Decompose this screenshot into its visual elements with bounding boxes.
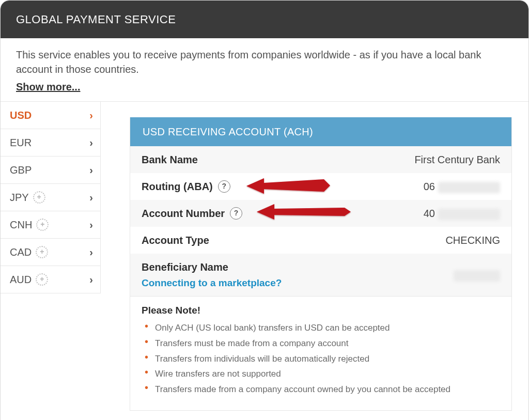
help-icon[interactable]: ? <box>218 180 230 193</box>
chevron-right-icon: › <box>89 217 93 232</box>
sidebar-item-usd[interactable]: USD › <box>1 102 100 129</box>
plus-icon: + <box>36 246 48 258</box>
panel-title: USD RECEIVING ACCOUNT (ACH) <box>130 117 511 146</box>
note-heading: Please Note! <box>142 304 500 318</box>
app-window: GLOBAL PAYMENT SERVICE This service enab… <box>0 0 529 420</box>
sidebar-item-gbp[interactable]: GBP › <box>1 157 100 184</box>
help-icon[interactable]: ? <box>230 207 242 220</box>
beneficiary-label: Beneficiary Name <box>142 261 228 273</box>
chevron-right-icon: › <box>89 108 93 122</box>
routing-value: 06 <box>424 179 500 194</box>
sidebar-item-jpy[interactable]: JPY + › <box>1 184 100 211</box>
page-header: GLOBAL PAYMENT SERVICE <box>1 1 528 38</box>
row-routing: Routing (ABA) ? 06 <box>130 173 511 200</box>
beneficiary-value <box>450 268 500 282</box>
account-type-label: Account Type <box>142 233 209 247</box>
content-body: USD › EUR › GBP › JPY + › CNH <box>1 102 528 411</box>
sidebar-item-cnh[interactable]: CNH + › <box>1 211 100 239</box>
account-number-label: Account Number <box>142 206 225 221</box>
plus-icon: + <box>33 191 45 204</box>
sidebar-item-label: CNH <box>10 217 32 232</box>
account-number-value: 40 <box>424 206 500 221</box>
note-list: Only ACH (US local bank) transfers in US… <box>142 322 500 396</box>
sidebar-item-cad[interactable]: CAD + › <box>1 239 100 266</box>
main-column: USD RECEIVING ACCOUNT (ACH) Bank Name Fi… <box>101 102 528 411</box>
note-item: Only ACH (US local bank) transfers in US… <box>152 322 500 334</box>
sidebar-item-label: GBP <box>10 163 32 177</box>
sidebar-item-label: AUD <box>10 272 32 287</box>
sidebar-item-label: USD <box>10 108 32 122</box>
redacted-value <box>438 209 500 220</box>
redacted-value <box>438 182 500 193</box>
currency-sidebar: USD › EUR › GBP › JPY + › CNH <box>1 102 101 293</box>
sidebar-item-label: CAD <box>10 245 32 259</box>
redacted-value <box>454 270 500 282</box>
marketplace-link[interactable]: Connecting to a marketplace? <box>142 276 282 290</box>
plus-icon: + <box>36 219 49 231</box>
account-number-prefix: 40 <box>424 208 435 219</box>
bank-name-value: First Century Bank <box>414 152 500 167</box>
account-type-value: CHECKING <box>445 233 500 247</box>
show-more-link[interactable]: Show more... <box>16 80 80 94</box>
routing-label: Routing (ABA) <box>142 179 213 194</box>
sidebar-item-aud[interactable]: AUD + › <box>1 266 100 293</box>
row-beneficiary: Beneficiary Name Connecting to a marketp… <box>130 254 511 297</box>
note-item: Transfers must be made from a company ac… <box>152 337 500 350</box>
bank-name-label: Bank Name <box>142 152 198 167</box>
note-item: Transfers from individuals will be autom… <box>152 353 500 365</box>
routing-prefix: 06 <box>424 181 435 192</box>
sidebar-item-eur[interactable]: EUR › <box>1 129 100 157</box>
chevron-right-icon: › <box>89 190 93 205</box>
chevron-right-icon: › <box>89 272 93 287</box>
note-item: Wire transfers are not supported <box>152 368 500 380</box>
chevron-right-icon: › <box>89 163 93 177</box>
note-item: Transfers made from a company account ow… <box>152 383 500 396</box>
page-title: GLOBAL PAYMENT SERVICE <box>16 13 176 26</box>
intro-text: This service enables you to receive paym… <box>16 48 513 76</box>
receiving-account-panel: USD RECEIVING ACCOUNT (ACH) Bank Name Fi… <box>130 117 512 411</box>
row-account-number: Account Number ? 40 <box>130 200 511 227</box>
intro-block: This service enables you to receive paym… <box>1 38 528 102</box>
chevron-right-icon: › <box>89 245 93 259</box>
plus-icon: + <box>36 273 48 286</box>
chevron-right-icon: › <box>89 135 93 150</box>
sidebar-item-label: JPY <box>10 190 29 205</box>
sidebar-item-label: EUR <box>10 135 32 150</box>
row-bank-name: Bank Name First Century Bank <box>130 146 511 173</box>
row-account-type: Account Type CHECKING <box>130 227 511 254</box>
please-note-block: Please Note! Only ACH (US local bank) tr… <box>130 296 511 410</box>
